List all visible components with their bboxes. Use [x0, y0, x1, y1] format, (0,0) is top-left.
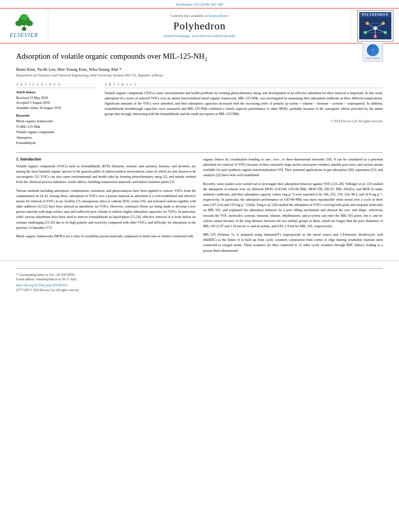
svg-point-5: [20, 14, 28, 21]
intro-paragraph-2: Various methods including adsorption, co…: [16, 188, 196, 230]
info-abstract-section: A R T I C L E I N F O Article history: R…: [16, 83, 383, 146]
article-content: ✓ Check for updates Adsorption of volati…: [0, 43, 399, 261]
check-for-updates-badge: ✓ Check for updates: [359, 53, 383, 62]
right-paragraph-2: Recently, some studies were carried out …: [203, 181, 383, 229]
body-section: 1. Introduction Volatile organic compoun…: [16, 157, 383, 257]
polyhedron-cover-art-icon: [359, 17, 391, 39]
authors-line: Bomi Kim, Yu-Ri Lee, Hee-Young Kim, Wha-…: [16, 67, 383, 72]
check-updates-label: Check for updates: [366, 57, 380, 59]
abstract-column: A B S T R A C T Volatile organic compoun…: [105, 83, 383, 146]
journal-reference: Polyhedron 154 (2018) 343–349: [0, 0, 399, 8]
elsevier-wordmark: ELSEVIER: [10, 32, 38, 39]
article-footer: * Corresponding author at: Fax: +82 3287…: [0, 261, 399, 296]
polyhedron-logo: POLYHEDRON: [357, 10, 393, 41]
keywords-label: Keywords:: [16, 114, 97, 117]
sciencedirect-line: Contents lists available at ScienceDirec…: [171, 14, 229, 18]
elsevier-logo-section: ELSEVIER: [0, 8, 48, 43]
svg-rect-0: [22, 27, 26, 31]
affiliation: Department of Chemistry and Chemical Eng…: [16, 73, 383, 77]
svg-point-4: [26, 21, 33, 26]
elsevier-tree-icon: [10, 13, 38, 31]
polyhedron-logo-label: POLYHEDRON: [359, 12, 391, 17]
polyhedron-logo-section: POLYHEDRON: [351, 8, 399, 43]
article-info-label: A R T I C L E I N F O: [16, 83, 97, 88]
doi-line: https://doi.org/10.1016/j.poly.2018.08.0…: [16, 283, 383, 288]
history-label: Article history:: [16, 90, 97, 94]
abstract-label: A B S T R A C T: [105, 83, 383, 88]
body-right-column: organic linkers by coordination bonding …: [203, 157, 383, 257]
received-date: Received 31 May 2018 Accepted 5 August 2…: [16, 95, 97, 111]
footer-divider: [16, 268, 383, 269]
issn-line: 0277-5387/© 2018 Elsevier Ltd. All right…: [16, 288, 383, 292]
keywords-list: Metal–organic frameworks Ti-MIL-125-NH₂ …: [16, 119, 97, 146]
sciencedirect-link[interactable]: ScienceDirect: [208, 14, 228, 18]
journal-title-section: Contents lists available at ScienceDirec…: [48, 8, 351, 43]
journal-name: Polyhedron: [173, 20, 226, 32]
check-badge-icon: ✓: [367, 44, 379, 56]
journal-header: ELSEVIER Contents lists available at Sci…: [0, 8, 399, 43]
svg-point-3: [15, 21, 23, 26]
doi-link[interactable]: https://doi.org/10.1016/j.poly.2018.08.0…: [16, 283, 67, 287]
elsevier-logo: ELSEVIER: [10, 13, 38, 39]
section-divider: [16, 152, 383, 153]
corresponding-author-note: * Corresponding author at: Fax: +82 3287…: [16, 273, 383, 282]
right-paragraph-1: organic linkers by coordination bonding …: [203, 157, 383, 178]
article-title: Adsorption of volatile organic compounds…: [16, 51, 383, 63]
check-updates-box: ✓ Check for updates: [363, 41, 383, 62]
body-left-column: 1. Introduction Volatile organic compoun…: [16, 157, 196, 257]
introduction-heading: 1. Introduction: [16, 157, 196, 161]
abstract-text: Volatile organic compounds (VOCs) cause …: [105, 90, 383, 117]
intro-paragraph-1: Volatile organic compounds (VOCs) such a…: [16, 164, 196, 185]
article-info-column: A R T I C L E I N F O Article history: R…: [16, 83, 97, 146]
intro-paragraph-3: Metal–organic frameworks (MOFs) are a cl…: [16, 234, 196, 239]
copyright-notice: © 2018 Elsevier Ltd. All rights reserved…: [105, 119, 383, 123]
right-paragraph-3: MIL-125 (Scheme 1), is prepared using ti…: [203, 232, 383, 253]
polyhedron-cover-image: [359, 17, 391, 39]
journal-homepage-url: journal homepage: www.elsevier.com/locat…: [164, 34, 235, 38]
